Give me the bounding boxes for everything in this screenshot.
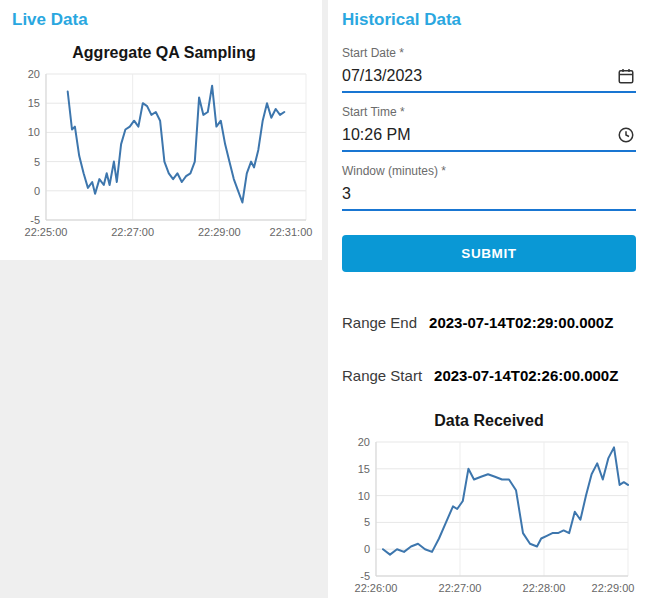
window-minutes-input[interactable]: [342, 178, 636, 211]
start-time-field: Start Time *: [342, 105, 636, 152]
svg-text:22:27:00: 22:27:00: [111, 226, 154, 238]
live-chart-title: Aggregate QA Sampling: [12, 44, 316, 62]
historical-chart: -50510152022:26:0022:27:0022:28:0022:29:…: [342, 434, 638, 598]
window-minutes-label: Window (minutes) *: [342, 164, 636, 178]
svg-text:22:28:00: 22:28:00: [523, 582, 566, 594]
live-data-column: Live Data Aggregate QA Sampling -5051015…: [0, 0, 322, 598]
calendar-icon[interactable]: [616, 67, 636, 87]
svg-text:10: 10: [358, 490, 370, 502]
svg-text:22:25:00: 22:25:00: [25, 226, 68, 238]
start-date-label: Start Date *: [342, 46, 636, 60]
range-end-value: 2023-07-14T02:29:00.000Z: [429, 314, 613, 331]
clock-icon[interactable]: [616, 126, 636, 146]
svg-text:22:27:00: 22:27:00: [439, 582, 482, 594]
svg-text:0: 0: [34, 185, 40, 197]
svg-text:22:26:00: 22:26:00: [355, 582, 398, 594]
svg-text:15: 15: [28, 97, 40, 109]
start-time-label: Start Time *: [342, 105, 636, 119]
start-date-field: Start Date *: [342, 46, 636, 93]
svg-text:22:29:00: 22:29:00: [592, 582, 635, 594]
start-time-input[interactable]: [342, 119, 636, 152]
historical-data-card: Historical Data Start Date * Start Time …: [328, 0, 650, 598]
svg-text:5: 5: [34, 156, 40, 168]
live-data-title: Live Data: [12, 10, 316, 30]
svg-text:20: 20: [28, 68, 40, 80]
historical-chart-title: Data Received: [342, 412, 636, 430]
range-start-row: Range Start 2023-07-14T02:26:00.000Z: [342, 367, 636, 384]
svg-text:22:29:00: 22:29:00: [198, 226, 241, 238]
range-start-value: 2023-07-14T02:26:00.000Z: [434, 367, 618, 384]
svg-text:-5: -5: [360, 570, 370, 582]
app-root: Live Data Aggregate QA Sampling -5051015…: [0, 0, 650, 598]
svg-text:20: 20: [358, 436, 370, 448]
start-date-input[interactable]: [342, 60, 636, 93]
live-data-card: Live Data Aggregate QA Sampling -5051015…: [0, 0, 322, 260]
svg-text:10: 10: [28, 126, 40, 138]
svg-text:0: 0: [364, 543, 370, 555]
historical-data-title: Historical Data: [342, 10, 636, 30]
svg-text:-5: -5: [30, 214, 40, 226]
range-end-row: Range End 2023-07-14T02:29:00.000Z: [342, 314, 636, 331]
svg-text:5: 5: [364, 516, 370, 528]
range-start-label: Range Start: [342, 367, 422, 384]
svg-text:15: 15: [358, 463, 370, 475]
submit-button[interactable]: SUBMIT: [342, 235, 636, 272]
range-end-label: Range End: [342, 314, 417, 331]
window-minutes-field: Window (minutes) *: [342, 164, 636, 211]
svg-text:22:31:00: 22:31:00: [270, 226, 313, 238]
live-chart: -50510152022:25:0022:27:0022:29:0022:31:…: [12, 66, 316, 244]
